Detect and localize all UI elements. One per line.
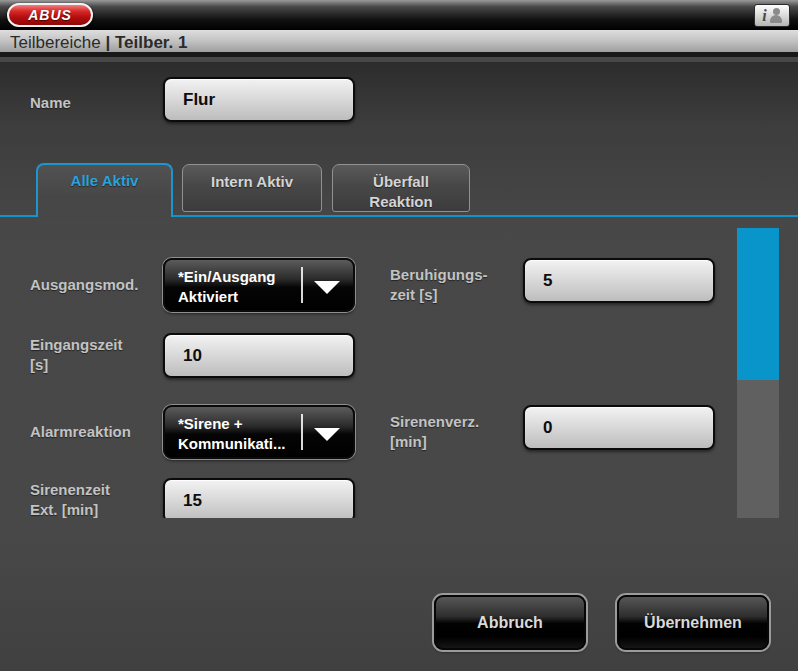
ausgangsmod-dropdown[interactable]: *Ein/Ausgang Aktiviert — [163, 258, 355, 312]
name-input[interactable]: Flur — [163, 77, 355, 122]
help-icon[interactable]: i — [754, 4, 790, 27]
abus-logo: ABUS — [7, 3, 93, 27]
chevron-down-icon — [314, 281, 340, 294]
tab-ueberfall-reaktion[interactable]: Überfall Reaktion — [332, 164, 470, 212]
info-glyph-icon: i — [762, 8, 766, 24]
tab-alle-aktiv[interactable]: Alle Aktiv — [36, 163, 173, 217]
breadcrumb: Teilbereiche | Teilber. 1 — [0, 30, 798, 57]
tab-intern-aktiv[interactable]: Intern Aktiv — [182, 164, 322, 212]
dropdown-separator — [301, 414, 303, 450]
app-window: ABUS i Teilbereiche | Teilber. 1 Name Fl… — [0, 0, 798, 671]
breadcrumb-separator: | — [105, 33, 110, 52]
tab-label: Intern Aktiv — [183, 172, 321, 192]
eingangszeit-input[interactable]: 10 — [163, 333, 355, 378]
beruhigungszeit-input[interactable]: 5 — [523, 258, 715, 303]
form-scroll-area: Ausgangsmod. *Ein/Ausgang Aktiviert Eing… — [0, 217, 798, 518]
beruhigungszeit-label: Beruhigungs- zeit [s] — [390, 265, 488, 305]
tab-label: Überfall — [333, 172, 469, 192]
alarmreaktion-label: Alarmreaktion — [30, 422, 131, 442]
chevron-down-icon — [314, 428, 340, 441]
alarmreaktion-dropdown[interactable]: *Sirene + Kommunikati... — [163, 405, 355, 459]
sirenenzeit-label: Sirenenzeit Ext. [min] — [30, 480, 110, 518]
tab-label: Alle Aktiv — [38, 171, 171, 191]
sirenenzeit-input[interactable]: 15 — [163, 478, 355, 518]
sirenenverz-input[interactable]: 0 — [523, 405, 715, 450]
apply-button[interactable]: Übernehmen — [617, 595, 769, 650]
sirenenverz-label: Sirenenverz. [min] — [390, 412, 479, 452]
name-label: Name — [30, 93, 71, 113]
eingangszeit-label: Eingangszeit [s] — [30, 335, 123, 375]
title-bar: ABUS i — [0, 0, 798, 30]
ausgangsmod-label: Ausgangsmod. — [30, 275, 138, 295]
tab-label: Reaktion — [333, 192, 469, 212]
scrollbar[interactable] — [737, 228, 779, 518]
scrollbar-thumb[interactable] — [737, 228, 779, 380]
cancel-button[interactable]: Abbruch — [434, 595, 586, 650]
person-icon — [770, 8, 782, 23]
breadcrumb-current: Teilber. 1 — [115, 33, 187, 52]
breadcrumb-section[interactable]: Teilbereiche — [10, 33, 101, 52]
dropdown-separator — [301, 267, 303, 303]
